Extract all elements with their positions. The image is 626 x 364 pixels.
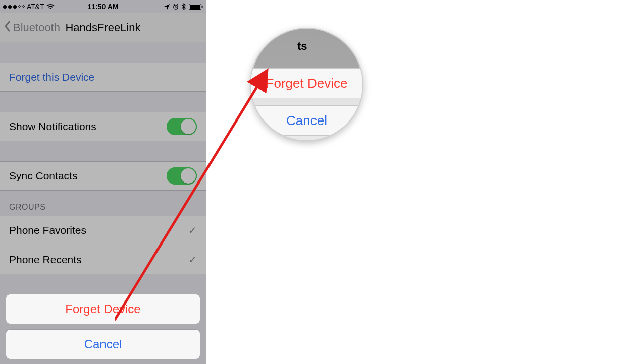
status-right [136, 3, 203, 10]
svg-rect-3 [202, 6, 203, 8]
alarm-icon [173, 4, 179, 10]
forget-device-button[interactable]: Forget Device [6, 294, 200, 324]
zoom-callout: ts Forget Device Cancel [250, 28, 363, 141]
status-bar: AT&T 11:50 AM [0, 0, 206, 13]
back-label: Bluetooth [13, 21, 60, 34]
forget-this-device-label: Forget this Device [9, 71, 94, 83]
cancel-button[interactable]: Cancel [6, 330, 200, 359]
wifi-icon [46, 4, 55, 10]
sync-contacts-label: Sync Contacts [9, 170, 77, 182]
sync-contacts-row: Sync Contacts [0, 161, 206, 191]
clock-label: 11:50 AM [70, 3, 136, 11]
bluetooth-icon [182, 3, 186, 10]
show-notifications-toggle[interactable] [167, 118, 197, 135]
phone-recents-row[interactable]: Phone Recents ✓ [0, 245, 206, 274]
zoom-hint-text: ts [297, 40, 307, 53]
phone-recents-label: Phone Recents [9, 254, 82, 266]
sync-contacts-toggle[interactable] [167, 167, 197, 185]
location-icon [164, 4, 170, 10]
checkmark-icon: ✓ [188, 254, 197, 266]
phone-screenshot: AT&T 11:50 AM Bluetoot [0, 0, 206, 364]
groups-header: GROUPS [0, 191, 206, 216]
show-notifications-label: Show Notifications [9, 120, 96, 133]
zoom-forget-label: Forget Device [266, 76, 348, 91]
action-sheet: Forget Device Cancel [6, 294, 200, 359]
svg-rect-2 [190, 5, 200, 9]
status-left: AT&T [3, 3, 70, 11]
carrier-label: AT&T [27, 3, 44, 11]
phone-favorites-label: Phone Favorites [9, 224, 86, 236]
chevron-left-icon [4, 20, 11, 35]
zoom-cancel-label: Cancel [286, 113, 327, 129]
zoom-forget-device-button[interactable]: Forget Device [251, 68, 362, 98]
battery-icon [189, 4, 203, 10]
forget-this-device-row[interactable]: Forget this Device [0, 63, 206, 92]
back-button[interactable]: Bluetooth [4, 20, 60, 35]
cancel-label: Cancel [84, 337, 122, 351]
phone-favorites-row[interactable]: Phone Favorites ✓ [0, 216, 206, 245]
checkmark-icon: ✓ [188, 224, 197, 236]
forget-device-label: Forget Device [65, 302, 140, 316]
nav-bar: Bluetooth HandsFreeLink [0, 13, 206, 42]
zoom-cancel-button[interactable]: Cancel [251, 105, 362, 136]
show-notifications-row: Show Notifications [0, 112, 206, 141]
signal-strength-icon [3, 5, 25, 9]
